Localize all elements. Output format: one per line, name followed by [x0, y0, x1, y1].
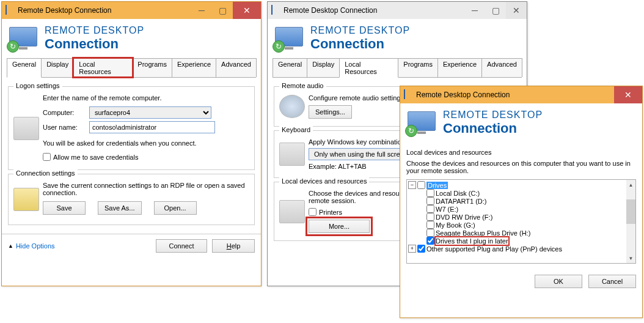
connection-legend: Connection settings	[13, 169, 78, 177]
monitor-icon: ↻	[408, 111, 436, 135]
rdc-icon	[404, 90, 414, 100]
audio-legend: Remote audio	[279, 82, 326, 89]
drives-later-checkbox[interactable]	[426, 237, 434, 245]
maximize-button[interactable]: ▢	[212, 2, 233, 19]
cancel-button[interactable]: Cancel	[588, 275, 636, 288]
chevron-up-icon: ▲	[8, 243, 13, 249]
drive-e-checkbox[interactable]	[426, 205, 434, 213]
drives-checkbox[interactable]	[417, 181, 425, 189]
logon-settings-group: Logon settings Enter the name of the rem…	[8, 86, 255, 170]
tab-experience[interactable]: Experience	[172, 58, 216, 77]
close-button[interactable]: ✕	[614, 86, 642, 103]
monitor-icon: ↻	[275, 27, 303, 50]
tab-display[interactable]: Display	[41, 58, 74, 77]
tab-programs[interactable]: Programs	[132, 58, 172, 77]
username-input[interactable]	[89, 121, 215, 133]
expand-icon[interactable]: +	[408, 245, 416, 253]
open-button[interactable]: Open...	[154, 201, 197, 215]
tab-advanced[interactable]: Advanced	[481, 58, 522, 77]
window-title: Remote Desktop Connection	[15, 6, 191, 15]
drive-g-checkbox[interactable]	[426, 221, 434, 229]
header-line1: REMOTE DESKTOP	[310, 25, 410, 36]
titlebar[interactable]: Remote Desktop Connection ✕	[400, 86, 642, 103]
hide-options-link[interactable]: Hide Options	[16, 242, 55, 250]
drive-d-label[interactable]: DATAPART1 (D:)	[436, 198, 487, 205]
close-button[interactable]: ✕	[506, 2, 527, 19]
more-button[interactable]: More...	[309, 220, 370, 233]
devices-icon	[279, 200, 305, 223]
drive-f-label[interactable]: DVD RW Drive (F:)	[436, 213, 492, 221]
devices-intro: Choose the devices and resources on this…	[406, 160, 636, 174]
minimize-button[interactable]: ─	[464, 2, 485, 19]
header: ↻ REMOTE DESKTOP Connection	[400, 103, 642, 143]
devices-legend: Local devices and resources	[279, 177, 369, 185]
rdc-more-dialog: Remote Desktop Connection ✕ ↻ REMOTE DES…	[400, 86, 643, 318]
keyboard-legend: Keyboard	[279, 126, 313, 133]
minimize-button[interactable]: ─	[191, 2, 212, 19]
tab-local-resources[interactable]: Local Resources	[339, 58, 398, 78]
devices-tree[interactable]: − Drives Local Disk (C:) DATAPART1 (D:) …	[406, 179, 636, 264]
keyboard-icon	[279, 143, 305, 166]
printers-checkbox[interactable]	[309, 208, 317, 216]
computer-icon	[13, 117, 39, 140]
drives-node[interactable]: Drives	[426, 182, 448, 189]
tab-display[interactable]: Display	[307, 58, 340, 77]
tab-programs[interactable]: Programs	[398, 58, 438, 77]
credentials-note: You will be asked for credentials when y…	[43, 139, 249, 147]
maximize-button[interactable]: ▢	[485, 2, 506, 19]
drive-f-checkbox[interactable]	[426, 213, 434, 221]
footer: ▲ Hide Options Connect Help	[2, 234, 261, 258]
tab-strip: General Display Local Resources Programs…	[7, 58, 256, 78]
logon-legend: Logon settings	[13, 82, 62, 89]
header-line2: Connection	[45, 36, 144, 52]
audio-settings-button[interactable]: Settings...	[309, 105, 352, 119]
header: ↻ REMOTE DESKTOP Connection	[268, 19, 527, 58]
tab-advanced[interactable]: Advanced	[216, 58, 257, 77]
rdc-window-general: Remote Desktop Connection ─ ▢ ✕ ↻ REMOTE…	[1, 1, 262, 286]
connect-button[interactable]: Connect	[156, 239, 207, 253]
drive-d-checkbox[interactable]	[426, 197, 434, 205]
save-as-button[interactable]: Save As...	[98, 201, 142, 215]
other-pnp-label[interactable]: Other supported Plug and Play (PnP) devi…	[426, 245, 562, 253]
username-label: User name:	[43, 124, 86, 131]
other-pnp-checkbox[interactable]	[417, 245, 425, 253]
rdc-icon	[271, 6, 281, 15]
allow-save-label: Allow me to save credentials	[53, 154, 138, 161]
computer-label: Computer:	[43, 109, 86, 116]
tab-experience[interactable]: Experience	[437, 58, 482, 77]
allow-save-checkbox[interactable]	[43, 153, 51, 161]
save-button[interactable]: Save	[43, 201, 86, 215]
tree-scrollbar[interactable]: ▲ ▼	[626, 180, 635, 263]
connection-settings-group: Connection settings Save the current con…	[8, 174, 255, 225]
tab-general[interactable]: General	[7, 58, 42, 78]
monitor-icon: ↻	[9, 27, 37, 50]
drive-h-label[interactable]: Seagate Backup Plus Drive (H:)	[436, 229, 530, 237]
logon-prompt: Enter the name of the remote computer.	[43, 94, 249, 102]
drive-c-checkbox[interactable]	[426, 189, 434, 197]
ok-button[interactable]: OK	[535, 275, 582, 288]
rdp-file-icon	[13, 188, 39, 211]
header-line2: Connection	[443, 121, 543, 136]
tab-local-resources[interactable]: Local Resources	[73, 58, 133, 77]
tab-general[interactable]: General	[273, 58, 307, 77]
header: ↻ REMOTE DESKTOP Connection	[2, 19, 261, 58]
titlebar[interactable]: Remote Desktop Connection ─ ▢ ✕	[268, 2, 527, 19]
close-button[interactable]: ✕	[233, 2, 261, 19]
speaker-icon	[279, 95, 305, 118]
titlebar[interactable]: Remote Desktop Connection ─ ▢ ✕	[2, 2, 261, 19]
drive-c-label[interactable]: Local Disk (C:)	[436, 190, 480, 197]
drive-h-checkbox[interactable]	[426, 229, 434, 237]
drives-later-label[interactable]: Drives that I plug in later	[436, 237, 508, 245]
header-line1: REMOTE DESKTOP	[443, 110, 543, 121]
connection-text: Save the current connection settings to …	[43, 182, 249, 196]
rdc-icon	[5, 6, 15, 15]
drive-e-label[interactable]: W7 (E:)	[436, 206, 458, 213]
collapse-icon[interactable]: −	[408, 181, 416, 189]
help-button[interactable]: Help	[212, 239, 255, 253]
header-line1: REMOTE DESKTOP	[45, 25, 144, 36]
window-title: Remote Desktop Connection	[281, 6, 464, 15]
drive-g-label[interactable]: My Book (G:)	[436, 221, 475, 229]
computer-combo[interactable]: surfacepro4	[89, 106, 211, 119]
tab-strip: General Display Local Resources Programs…	[273, 58, 522, 78]
devices-legend: Local devices and resources	[406, 149, 636, 156]
